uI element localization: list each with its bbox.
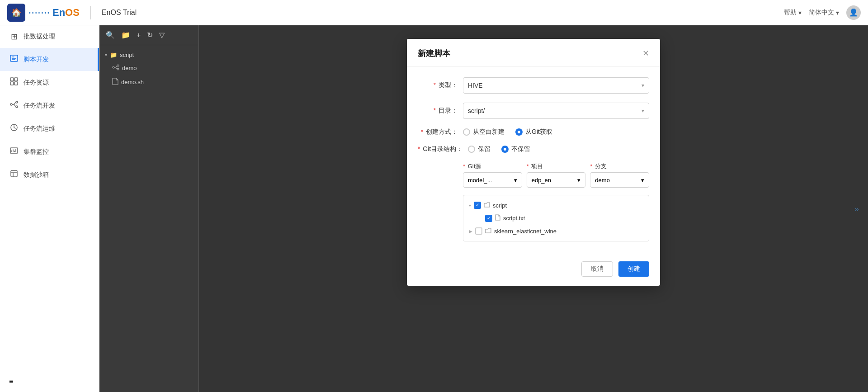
cancel-button[interactable]: 取消 xyxy=(581,261,613,277)
project-col: * 项目 edp_en ▾ xyxy=(527,162,586,188)
avatar[interactable]: 👤 xyxy=(846,5,861,20)
content-area: » 新建脚本 ✕ * 类型： xyxy=(199,25,868,392)
directory-select-box[interactable]: script/ ▾ xyxy=(463,103,649,119)
modal-body: * 类型： HIVE ▾ * xyxy=(407,66,660,256)
modal-overlay: 新建脚本 ✕ * 类型： HIVE ▾ xyxy=(199,25,868,392)
top-nav: 🏠 ••••••• EnOS EnOS Trial 帮助 ▾ 简体中文 ▾ 👤 xyxy=(0,0,868,25)
submit-button[interactable]: 创建 xyxy=(618,261,649,277)
type-label: * 类型： xyxy=(418,81,463,90)
script-txt-checkbox[interactable] xyxy=(485,215,492,222)
sidebar-item-batch-processing[interactable]: ⊞ 批数据处理 xyxy=(0,25,99,48)
svg-rect-10 xyxy=(11,170,17,177)
git-source-row: * Git源 model_... ▾ * 项目 xyxy=(463,162,649,188)
git-tree-sklearn-folder[interactable]: ▶ sklearn_elasticnet_wine xyxy=(463,225,649,237)
add-script-button[interactable]: + xyxy=(136,30,142,40)
create-from-blank-radio[interactable]: 从空白新建 xyxy=(463,128,505,136)
svg-rect-4 xyxy=(14,82,18,85)
git-source-chevron-icon: ▾ xyxy=(514,177,517,184)
sidebar-item-task-resources[interactable]: 任务资源 xyxy=(0,71,99,94)
git-dir-keep-radio[interactable]: 保留 xyxy=(468,145,491,153)
create-method-options: 从空白新建 从Git获取 xyxy=(463,128,649,136)
git-dir-no-keep-radio-circle xyxy=(501,146,509,153)
directory-label: * 目录： xyxy=(418,107,463,115)
git-dir-keep-radio-circle xyxy=(468,146,475,153)
git-source-col: * Git源 model_... ▾ xyxy=(463,162,522,188)
sidebar-collapse-button[interactable]: ≡ xyxy=(0,371,99,392)
sidebar-item-script-dev[interactable]: 脚本开发 xyxy=(0,48,99,71)
git-source-label: * Git源 xyxy=(463,162,522,170)
script-folder-icon xyxy=(484,202,490,209)
file-panel: 🔍 📁 + ↻ ▽ ▾ 📁 script demo demo xyxy=(99,25,199,392)
directory-select-chevron-icon: ▾ xyxy=(642,108,644,114)
filter-button[interactable]: ▽ xyxy=(158,30,165,40)
new-folder-button[interactable]: 📁 xyxy=(120,30,131,40)
svg-point-13 xyxy=(117,68,119,70)
sklearn-folder-checkbox[interactable] xyxy=(475,227,482,235)
search-button[interactable]: 🔍 xyxy=(105,30,116,40)
help-button[interactable]: 帮助 ▾ xyxy=(784,9,802,17)
type-select-chevron-icon: ▾ xyxy=(642,82,644,89)
git-source-select[interactable]: model_... ▾ xyxy=(463,172,522,188)
file-tree-item-script[interactable]: ▾ 📁 script xyxy=(99,49,198,61)
file-tree-item-demo[interactable]: demo xyxy=(99,61,198,75)
task-flow-dev-icon xyxy=(9,100,19,111)
svg-point-6 xyxy=(16,101,18,103)
create-from-git-radio[interactable]: 从Git获取 xyxy=(515,128,552,136)
svg-point-7 xyxy=(16,106,18,108)
sidebar-item-task-flow-dev[interactable]: 任务流开发 xyxy=(0,94,99,117)
close-button[interactable]: ✕ xyxy=(642,49,649,57)
create-method-field-row: * 创建方式： 从空白新建 从Git获取 xyxy=(418,128,649,136)
help-chevron-icon: ▾ xyxy=(798,9,802,16)
create-method-radio-group: 从空白新建 从Git获取 xyxy=(463,128,649,136)
script-txt-file-icon xyxy=(495,214,500,222)
folder-icon: 📁 xyxy=(110,52,117,58)
modal-footer: 取消 创建 xyxy=(407,256,660,286)
logo-area: 🏠 ••••••• EnOS EnOS Trial xyxy=(7,4,137,22)
svg-rect-2 xyxy=(14,78,18,81)
branch-chevron-icon: ▾ xyxy=(641,177,644,184)
lang-button[interactable]: 简体中文 ▾ xyxy=(809,9,839,17)
project-select[interactable]: edp_en ▾ xyxy=(527,172,586,188)
file-tree: ▾ 📁 script demo demo.sh xyxy=(99,45,198,392)
brand-name: EnOS xyxy=(52,7,80,19)
script-dev-icon xyxy=(9,54,19,65)
main-layout: ⊞ 批数据处理 脚本开发 任务资源 任务流开发 任务流运维 xyxy=(0,25,868,392)
home-icon[interactable]: 🏠 xyxy=(7,4,25,22)
type-select-box[interactable]: HIVE ▾ xyxy=(463,77,649,94)
task-resources-icon xyxy=(9,77,19,88)
svg-point-11 xyxy=(113,66,114,68)
script-folder-chevron-icon: ▾ xyxy=(469,203,471,208)
nav-divider xyxy=(90,6,91,19)
modal-title: 新建脚本 xyxy=(418,48,450,59)
file-tree-item-demo-sh[interactable]: demo.sh xyxy=(99,75,198,89)
create-from-git-radio-circle xyxy=(515,128,523,136)
batch-processing-icon: ⊞ xyxy=(9,32,19,42)
git-tree-script-txt[interactable]: script.txt xyxy=(463,212,649,225)
modal-header: 新建脚本 ✕ xyxy=(407,39,660,66)
git-dir-no-keep-radio[interactable]: 不保留 xyxy=(501,145,530,153)
git-tree-script-folder[interactable]: ▾ script xyxy=(463,199,649,212)
svg-point-12 xyxy=(117,65,119,66)
sklearn-folder-icon xyxy=(485,228,491,235)
refresh-button[interactable]: ↻ xyxy=(146,30,154,40)
script-folder-checkbox[interactable] xyxy=(474,202,481,209)
data-sandbox-icon xyxy=(9,170,19,180)
git-dir-structure-label: * Git目录结构： xyxy=(418,145,468,153)
sidebar-item-cluster-monitor[interactable]: 集群监控 xyxy=(0,140,99,163)
sklearn-folder-chevron-icon: ▶ xyxy=(469,229,472,234)
sidebar-item-data-sandbox[interactable]: 数据沙箱 xyxy=(0,163,99,186)
branch-select[interactable]: demo ▾ xyxy=(590,172,649,188)
sidebar-item-task-flow-ops[interactable]: 任务流运维 xyxy=(0,117,99,140)
directory-field-row: * 目录： script/ ▾ xyxy=(418,103,649,119)
new-script-modal: 新建脚本 ✕ * 类型： HIVE ▾ xyxy=(407,39,660,286)
file-icon xyxy=(112,78,118,86)
create-from-blank-radio-circle xyxy=(463,128,470,136)
type-select[interactable]: HIVE ▾ xyxy=(463,77,649,94)
expand-chevron-icon: ▾ xyxy=(105,52,107,57)
project-chevron-icon: ▾ xyxy=(577,177,580,184)
directory-select[interactable]: script/ ▾ xyxy=(463,103,649,119)
svg-point-5 xyxy=(10,104,12,105)
cluster-icon xyxy=(112,64,119,72)
git-dir-structure-field-row: * Git目录结构： 保留 不保留 xyxy=(418,145,649,153)
svg-rect-1 xyxy=(10,78,14,81)
